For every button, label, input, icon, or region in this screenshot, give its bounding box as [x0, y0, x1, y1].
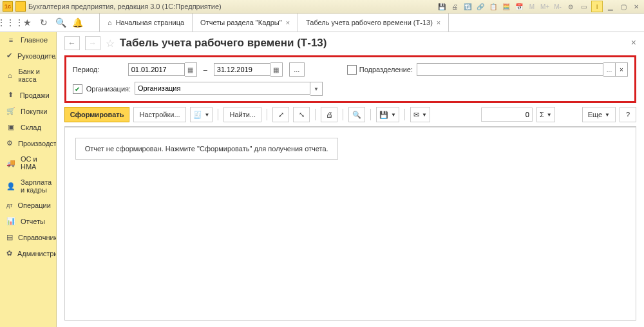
appbar-left: ⋮⋮⋮ ★ ↻ 🔍 🔔 [0, 14, 100, 32]
titlebar-right: 💾 🖨 🔃 🔗 📋 🧮 📅 M M+ M- ⊖ ▭ i ▁ ▢ ✕ [437, 1, 641, 12]
nav-back-button[interactable]: ← [64, 36, 80, 50]
chart-icon: 📊 [6, 217, 15, 225]
favorite-icon[interactable]: ★ [22, 17, 32, 28]
save-icon[interactable]: 💾 [437, 1, 447, 12]
close-page-icon[interactable]: × [631, 37, 636, 48]
zoom-out-icon[interactable]: ⊖ [565, 1, 576, 12]
m-minus-icon[interactable]: M- [553, 1, 563, 12]
window-title: Бухгалтерия предприятия, редакция 3.0 (1… [28, 3, 222, 10]
notifications-icon[interactable]: 🔔 [72, 17, 82, 28]
variants-button[interactable]: 🧾 ▼ [190, 107, 213, 122]
find-button[interactable]: Найти... [223, 107, 261, 122]
app-logo-icon: 1с [3, 1, 13, 12]
sidebar-item-reports[interactable]: 📊Отчеты [0, 213, 56, 229]
subdivision-checkbox[interactable]: ✔ [347, 65, 357, 75]
sigma-input[interactable] [481, 107, 533, 122]
sidebar-item-admin[interactable]: ✿Администрирование [0, 245, 56, 261]
tab-reports-kadry[interactable]: Отчеты раздела "Кадры" × [193, 14, 298, 32]
subdivision-input[interactable] [417, 63, 603, 76]
print-icon[interactable]: 🖨 [450, 1, 460, 12]
sidebar-item-directories[interactable]: ▤Справочники [0, 229, 56, 245]
generate-button[interactable]: Сформировать [64, 107, 130, 122]
m-icon[interactable]: M [527, 1, 537, 12]
tab-label: Отчеты раздела "Кадры" [200, 19, 282, 26]
sidebar-item-warehouse[interactable]: ▣Склад [0, 119, 56, 135]
subdivision-clear-button[interactable]: × [616, 62, 628, 77]
sidebar-item-assets[interactable]: 🚚ОС и НМА [0, 151, 56, 174]
print-button[interactable]: 🖨 [321, 107, 337, 122]
expand-icon[interactable]: ⤢ [272, 107, 289, 122]
sidebar-item-sales[interactable]: ⬆Продажи [0, 87, 56, 103]
appbar: ⋮⋮⋮ ★ ↻ 🔍 🔔 ⌂ Начальная страница Отчеты … [0, 14, 644, 32]
history-icon[interactable]: ↻ [39, 17, 49, 28]
close-window-icon[interactable]: ✕ [631, 1, 641, 12]
search-icon[interactable]: 🔍 [55, 17, 66, 28]
date-from-input[interactable] [128, 63, 185, 76]
tab-label: Начальная страница [116, 19, 184, 26]
window-icon[interactable]: ▭ [578, 1, 589, 12]
minimize-icon[interactable]: ▁ [605, 1, 616, 12]
home-icon: ⌂ [108, 19, 112, 26]
subdivision-group: ✔ Подразделение: [347, 65, 413, 75]
cart-icon: 🛒 [6, 107, 15, 115]
close-icon[interactable]: × [437, 19, 440, 26]
help-button[interactable]: ? [620, 107, 636, 122]
period-picker-button[interactable]: ... [289, 62, 305, 77]
sidebar-item-label: Справочники [18, 234, 57, 241]
tab-label: Табель учета рабочего времени (Т-13) [306, 19, 433, 26]
sidebar-item-main[interactable]: ≡Главное [0, 32, 56, 48]
maximize-icon[interactable]: ▢ [618, 1, 629, 12]
toolbar-separator [218, 109, 218, 120]
tab-home[interactable]: ⌂ Начальная страница [100, 14, 193, 32]
filter-row-org: ✔ Организация: ▼ [73, 82, 628, 96]
floppy-icon: 💾 [379, 111, 388, 119]
dropdown-icon[interactable] [15, 1, 26, 12]
info-icon[interactable]: i [591, 1, 603, 12]
organization-input[interactable] [135, 82, 310, 95]
subdivision-picker-button[interactable]: ... [603, 62, 616, 77]
chevron-down-icon[interactable]: ▼ [310, 82, 323, 96]
sidebar-item-payroll[interactable]: 👤Зарплата и кадры [0, 174, 56, 198]
mail-icon: ✉ [413, 111, 419, 119]
sidebar-item-production[interactable]: ⚙Производство [0, 135, 56, 151]
tab-tabel-t13[interactable]: Табель учета рабочего времени (Т-13) × [298, 14, 449, 32]
nav-forward-button[interactable]: → [85, 36, 100, 50]
sidebar-item-label: Продажи [20, 91, 50, 99]
calc-icon[interactable]: 🧮 [501, 1, 511, 12]
more-label: Еще [588, 111, 602, 118]
sigma-button[interactable]: Σ ▼ [536, 107, 555, 122]
bank-icon: ⌂ [6, 71, 13, 79]
toolbar-separator [404, 109, 405, 120]
sidebar-item-label: ОС и НМА [21, 155, 50, 171]
star-icon[interactable]: ☆ [106, 37, 115, 50]
sidebar-item-operations[interactable]: дтОперации [0, 198, 56, 213]
toolbar-separator [343, 109, 343, 120]
save-button[interactable]: 💾 ▼ [376, 107, 399, 122]
toolbar: Сформировать Настройки... 🧾 ▼ Найти... ⤢… [57, 103, 644, 126]
more-button[interactable]: Еще ▼ [582, 107, 616, 122]
calendar-icon[interactable]: ▦ [270, 62, 283, 77]
settings-button[interactable]: Настройки... [133, 107, 185, 122]
sidebar-item-manager[interactable]: ✔Руководителю [0, 48, 56, 64]
calendar-icon[interactable]: ▦ [185, 62, 197, 77]
sidebar-item-purchases[interactable]: 🛒Покупки [0, 103, 56, 119]
link-icon[interactable]: 🔗 [475, 1, 486, 12]
date-to-input[interactable] [214, 63, 270, 76]
mail-button[interactable]: ✉ ▼ [410, 107, 430, 122]
organization-checkbox[interactable]: ✔ [73, 84, 82, 94]
close-icon[interactable]: × [286, 19, 290, 26]
sidebar-item-label: Производство [18, 140, 57, 147]
sidebar-item-bank[interactable]: ⌂Банк и касса [0, 64, 56, 87]
apps-icon[interactable]: ⋮⋮⋮ [5, 17, 15, 28]
gear-icon: ⚙ [6, 139, 13, 147]
clipboard-icon[interactable]: 📋 [488, 1, 498, 12]
cog-icon: ✿ [6, 249, 12, 257]
m-plus-icon[interactable]: M+ [540, 1, 550, 12]
sidebar: ≡Главное ✔Руководителю ⌂Банк и касса ⬆Пр… [0, 32, 57, 327]
calendar-icon[interactable]: 📅 [514, 1, 524, 12]
refresh-icon[interactable]: 🔃 [462, 1, 473, 12]
preview-button[interactable]: 🔍 [348, 107, 365, 122]
chevron-down-icon: ▼ [605, 112, 610, 118]
collapse-icon[interactable]: ⤡ [293, 107, 310, 122]
organization-label: Организация: [86, 85, 131, 93]
